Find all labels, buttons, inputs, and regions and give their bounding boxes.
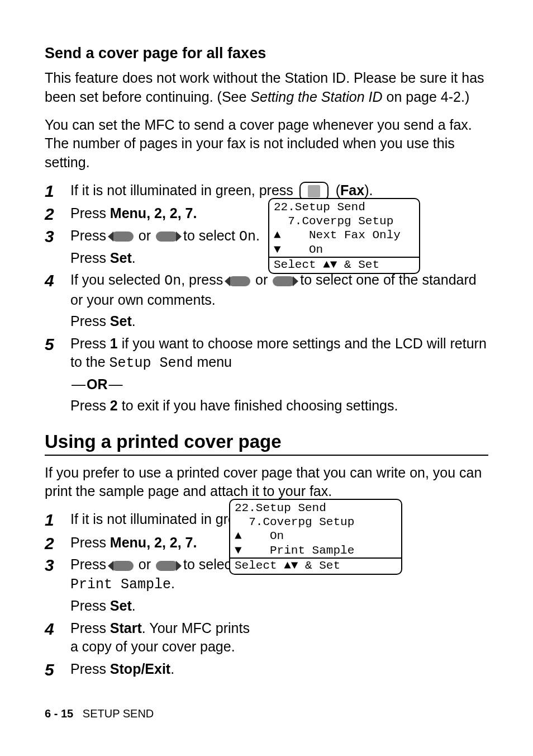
link-setting-station-id: Setting the Station ID (250, 89, 382, 105)
right-arrow-icon (156, 561, 178, 571)
step-a-3-dot: . (256, 228, 260, 243)
step-b-3-dot: . (171, 575, 175, 591)
step-a-1-text-c: ). (364, 182, 373, 198)
step-b-3-sub: Press Set. (70, 597, 255, 616)
step-a-1-text-b: ( (332, 182, 340, 198)
or-label: OR (87, 376, 108, 392)
lcd-display-1: 22.Setup Send 7.Coverpg Setup ▲ Next Fax… (268, 198, 420, 274)
print-sample-val: Print Sample (70, 577, 171, 593)
step-b-2-press: Press (70, 535, 110, 550)
footer-section: SETUP SEND (83, 707, 154, 720)
right-arrow-icon (156, 231, 178, 242)
steps-a: If it is not illuminated in green, press… (45, 181, 488, 415)
step-a-4-b: , press (181, 272, 227, 287)
step-a-5-e: to exit if you have finished choosing se… (118, 398, 398, 413)
heading-coverpage-all: Send a cover page for all faxes (45, 45, 488, 62)
step-a-4-a: If you selected (70, 272, 164, 287)
step-b-3-dot2: . (132, 598, 136, 613)
step-b-3: Press or to select Print Sample. Press S… (70, 555, 255, 615)
step-a-5-d: Press (70, 398, 110, 413)
key-2: 2 (110, 398, 118, 413)
start-label: Start (110, 620, 142, 636)
lcd2-row2: 7.Coverpg Setup (235, 515, 397, 529)
step-a-5-c: menu (193, 354, 232, 370)
page: Send a cover page for all faxes This fea… (0, 0, 533, 756)
dash-icon: — (109, 376, 123, 392)
setup-send-menu: Setup Send (110, 355, 193, 371)
heading-printed-cover: Using a printed cover page (45, 431, 488, 452)
stop-exit-label: Stop/Exit (110, 661, 170, 677)
step-a-4: If you selected On, press or to select o… (70, 271, 488, 330)
left-arrow-icon (111, 561, 134, 571)
set-label: Set (110, 598, 132, 613)
para-printed-desc: If you prefer to use a printed cover pag… (45, 464, 488, 502)
para-feature-desc: You can set the MFC to send a cover page… (45, 116, 488, 172)
step-a-5-sub2: Press 2 to exit if you have finished cho… (70, 396, 488, 415)
step-a-3-press2: Press (70, 250, 110, 266)
lcd2-row1: 22.Setup Send (235, 501, 397, 515)
step-a-1-text-a: If it is not illuminated in green, press (70, 182, 297, 198)
step-a-5: Press 1 if you want to choose more setti… (70, 334, 488, 415)
step-a-4-press: Press (70, 313, 110, 329)
step-a-5-a: Press (70, 336, 110, 351)
menu-seq: , 2, 2, 7. (146, 535, 197, 550)
page-footer: 6 - 15 SETUP SEND (45, 707, 154, 720)
lcd1-row5: Select ▲▼ & Set (269, 257, 419, 273)
step-a-3-dot2: . (132, 250, 136, 266)
step-a-4-sub: Press Set. (70, 312, 488, 331)
step-b-3-or: or (135, 556, 155, 572)
step-b-4: Press Start. Your MFC prints a copy of y… (70, 619, 255, 657)
menu-seq: , 2, 2, 7. (146, 205, 197, 221)
step-b-3-b: to select (179, 556, 235, 572)
step-b-5-a: Press (70, 661, 110, 677)
lcd1-row1: 22.Setup Send (274, 200, 415, 214)
step-a-4-on: On (164, 273, 181, 289)
menu-label: Menu (110, 205, 146, 221)
dash-icon: — (72, 376, 85, 392)
lcd2-row3: ▲ On (235, 529, 397, 543)
separator (45, 455, 488, 456)
step-a-3-or: or (135, 228, 155, 243)
step-a-3-b: to select (179, 228, 239, 243)
lcd2-row4: ▼ Print Sample (235, 544, 397, 557)
lcd1-row4: ▼ On (274, 243, 415, 257)
step-a-4-or: or (251, 272, 272, 287)
lcd1-row3: ▲ Next Fax Only (274, 228, 415, 242)
para-stationid-b: on page 4-2.) (383, 89, 470, 105)
step-a-2-press: Press (70, 205, 110, 221)
page-number: 6 - 15 (45, 707, 73, 720)
set-label: Set (110, 313, 132, 329)
left-arrow-icon (111, 231, 134, 242)
step-b-3-press: Press (70, 556, 110, 572)
step-a-5-or: —OR— (70, 375, 488, 394)
lcd-display-2: 22.Setup Send 7.Coverpg Setup ▲ On ▼ Pri… (229, 499, 402, 575)
lcd2-row5: Select ▲▼ & Set (230, 557, 401, 574)
menu-label: Menu (110, 535, 146, 550)
left-arrow-icon (228, 276, 250, 286)
step-b-4-a: Press (70, 620, 110, 636)
step-a-3-on: On (239, 229, 256, 245)
right-arrow-icon (273, 276, 295, 286)
fax-label: Fax (340, 182, 364, 198)
key-1: 1 (110, 336, 118, 351)
para-stationid: This feature does not work without the S… (45, 69, 488, 107)
step-b-5-b: . (170, 661, 174, 677)
step-b-3-press2: Press (70, 598, 110, 613)
step-a-3-press: Press (70, 228, 110, 243)
set-label: Set (110, 250, 132, 266)
step-b-5: Press Stop/Exit. (70, 660, 488, 679)
lcd1-row2: 7.Coverpg Setup (274, 214, 415, 228)
step-a-4-dot: . (132, 313, 136, 329)
